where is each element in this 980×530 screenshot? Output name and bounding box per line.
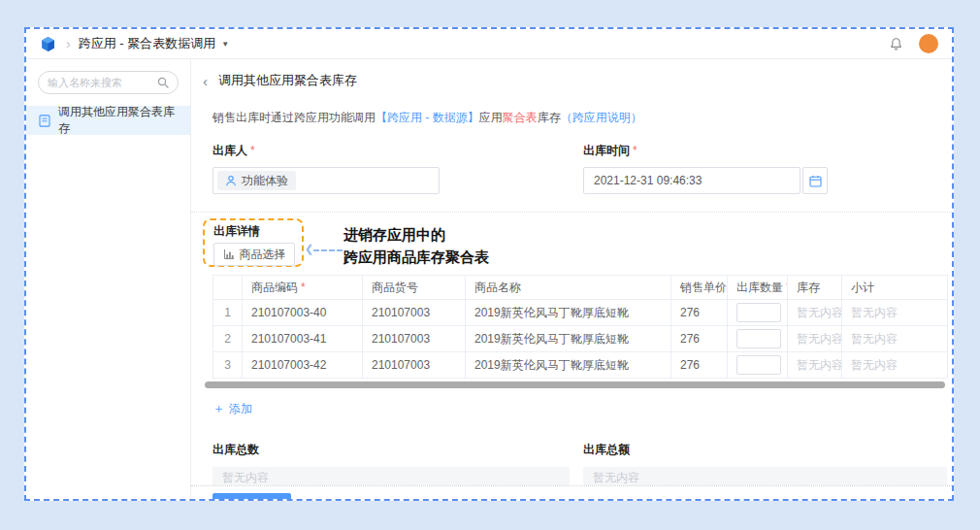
table-column-header: 商品货号 — [363, 276, 466, 300]
sidebar-item-form[interactable]: 调用其他应用聚合表库存 — [26, 106, 190, 135]
search-input[interactable] — [48, 77, 151, 88]
user-avatar[interactable] — [919, 34, 938, 53]
form-description: 销售出库时通过跨应用功能调用【跨应用 - 数据源】应用聚合表库存（跨应用说明） — [212, 110, 952, 126]
submit-button[interactable]: 提交 — [212, 493, 291, 499]
qty-cell — [728, 300, 788, 326]
table-column-header: 小计 — [842, 276, 948, 300]
horizontal-scrollbar[interactable] — [205, 381, 945, 388]
time-value: 2021-12-31 09:46:33 — [594, 174, 702, 187]
main-panel: ‹ 调用其他应用聚合表库存 销售出库时通过跨应用功能调用【跨应用 - 数据源】应… — [191, 59, 952, 499]
qty-cell — [728, 326, 788, 352]
desc-text: 库存 — [538, 111, 561, 124]
unit-price-cell: 276 — [671, 300, 728, 326]
subtotal-cell: 暂无内容 — [842, 300, 948, 326]
total-count-field: 暂无内容 — [212, 467, 570, 485]
table-row: 3210107003-422101070032019新英伦风马丁靴厚底短靴276… — [213, 352, 948, 379]
stock-cell: 暂无内容 — [788, 352, 842, 379]
row-index-cell: 1 — [213, 300, 243, 326]
section-divider — [191, 212, 952, 213]
add-row-button[interactable]: ＋ 添加 — [212, 400, 252, 417]
table-column-header: 出库数量* — [728, 276, 788, 300]
table-column-header: 商品编码* — [243, 276, 363, 300]
field-label-time: 出库时间* — [583, 143, 828, 159]
desc-link-help[interactable]: （跨应用说明） — [561, 111, 642, 124]
time-field[interactable]: 2021-12-31 09:46:33 — [583, 167, 800, 194]
detail-section-label: 出库详情 — [213, 223, 302, 240]
annotation-arrow-icon: ❮ — [305, 243, 313, 255]
desc-text: 应用 — [479, 111, 503, 124]
search-icon — [157, 77, 169, 88]
row-index-cell: 2 — [213, 326, 243, 352]
required-mark: * — [633, 144, 637, 157]
stock-cell: 暂无内容 — [788, 300, 842, 326]
table-row: 2210107003-412101070032019新英伦风马丁靴厚底短靴276… — [213, 326, 948, 352]
desc-link-datasource[interactable]: 【跨应用 - 数据源】 — [376, 111, 479, 124]
sidebar-search — [38, 71, 179, 94]
desc-highlight: 聚合表 — [503, 111, 538, 124]
form-header: ‹ 调用其他应用聚合表库存 — [191, 59, 952, 89]
calendar-icon — [809, 175, 822, 187]
qty-cell — [728, 352, 788, 379]
breadcrumb[interactable]: 跨应用 - 聚合表数据调用 ▼ — [79, 35, 229, 52]
product-itemno-cell: 210107003 — [363, 352, 466, 379]
table-column-header — [213, 276, 243, 300]
person-icon — [225, 175, 237, 186]
person-chip-label: 功能体验 — [242, 173, 288, 189]
sidebar: 调用其他应用聚合表库存 — [26, 59, 191, 499]
row-index-cell: 3 — [213, 352, 243, 379]
product-select-button[interactable]: 商品选择 — [213, 243, 295, 266]
person-field[interactable]: 功能体验 — [212, 167, 440, 194]
field-label-person: 出库人* — [212, 143, 583, 159]
qty-input[interactable] — [736, 355, 781, 375]
app-logo-icon — [40, 36, 56, 52]
calendar-button[interactable] — [802, 167, 828, 194]
product-name-cell: 2019新英伦风马丁靴厚底短靴 — [466, 300, 671, 326]
desc-text: 销售出库时通过跨应用功能调用 — [212, 111, 376, 124]
chevron-down-icon: ▼ — [221, 40, 229, 49]
product-code-cell: 210107003-41 — [243, 326, 363, 352]
table-column-header: 库存 — [788, 276, 842, 300]
add-row-label: 添加 — [229, 401, 252, 417]
table-column-header: 商品名称 — [466, 276, 671, 300]
cut-divider — [191, 485, 952, 486]
product-itemno-cell: 210107003 — [363, 300, 466, 326]
annotation-arrow-line — [313, 249, 343, 251]
page-title: 调用其他应用聚合表库存 — [218, 72, 357, 89]
highlight-callout-box: 出库详情 商品选择 — [203, 218, 304, 267]
sidebar-item-label: 调用其他应用聚合表库存 — [58, 104, 178, 137]
unit-price-cell: 276 — [671, 352, 728, 379]
detail-table: 商品编码*商品货号商品名称销售单价*出库数量*库存小计 1210107003-4… — [212, 275, 947, 379]
subtotal-cell: 暂无内容 — [842, 326, 948, 352]
qty-input[interactable] — [736, 329, 781, 348]
product-code-cell: 210107003-42 — [243, 352, 363, 379]
product-itemno-cell: 210107003 — [363, 326, 466, 352]
table-row: 1210107003-402101070032019新英伦风马丁靴厚底短靴276… — [213, 300, 948, 326]
total-amount-label: 出库总额 — [583, 442, 947, 458]
product-name-cell: 2019新英伦风马丁靴厚底短靴 — [466, 326, 671, 352]
table-header: 商品编码*商品货号商品名称销售单价*出库数量*库存小计 — [213, 276, 948, 300]
person-chip[interactable]: 功能体验 — [217, 171, 296, 190]
notification-bell-icon[interactable] — [889, 37, 903, 51]
total-count-label: 出库总数 — [212, 442, 583, 458]
total-count-value: 暂无内容 — [222, 471, 269, 484]
document-icon — [39, 115, 50, 127]
back-chevron-icon[interactable]: ‹ — [203, 74, 208, 88]
breadcrumb-label: 跨应用 - 聚合表数据调用 — [79, 35, 216, 52]
bar-chart-icon — [223, 248, 235, 260]
stock-cell: 暂无内容 — [788, 326, 842, 352]
total-amount-field: 暂无内容 — [583, 467, 947, 485]
product-select-label: 商品选择 — [240, 247, 286, 263]
plus-icon: ＋ — [212, 400, 225, 417]
total-amount-value: 暂无内容 — [593, 471, 639, 484]
annotation-text: 进销存应用中的 跨应用商品库存聚合表 — [343, 223, 489, 268]
product-name-cell: 2019新英伦风马丁靴厚底短靴 — [466, 352, 671, 379]
app-window: › 跨应用 - 聚合表数据调用 ▼ — [24, 27, 954, 501]
subtotal-cell: 暂无内容 — [842, 352, 948, 379]
qty-input[interactable] — [736, 303, 781, 322]
required-mark: * — [250, 144, 255, 157]
breadcrumb-chevron-icon: › — [66, 36, 71, 51]
topbar: › 跨应用 - 聚合表数据调用 ▼ — [26, 29, 952, 59]
unit-price-cell: 276 — [671, 326, 728, 352]
product-code-cell: 210107003-40 — [243, 300, 363, 326]
required-mark: * — [301, 281, 306, 294]
